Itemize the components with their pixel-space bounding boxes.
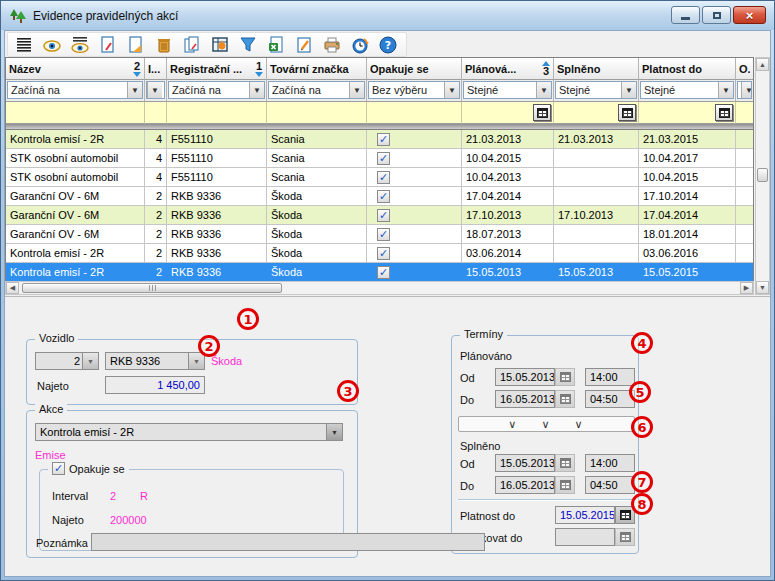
grid-cell-nazev[interactable]: STK osobní automobil [6, 149, 145, 168]
najeto-field[interactable]: 1 450,00 [105, 376, 205, 394]
grid-row-6[interactable]: Garanční OV - 6M2RKB 9336Škoda✓18.07.201… [6, 225, 753, 244]
grid-cell-nazev[interactable]: Garanční OV - 6M [6, 225, 145, 244]
quickfilter-cell-planovano[interactable] [462, 102, 554, 124]
grid-cell-id[interactable]: 4 [145, 168, 167, 187]
column-header-opakuje[interactable]: Opakuje se [367, 58, 462, 80]
grid-cell-splneno[interactable]: 17.10.2013 [554, 206, 639, 225]
grid-cell-id[interactable]: 2 [145, 244, 167, 263]
grid-cell-planovano[interactable]: 03.06.2014 [462, 244, 554, 263]
grid-cell-o[interactable] [736, 168, 754, 187]
spl-do-time-field[interactable]: 04:50 [585, 476, 635, 494]
export-excel-icon[interactable] [264, 34, 288, 56]
plan-do-date-field[interactable]: 16.05.2013 [495, 390, 555, 408]
action-dropdown-icon[interactable]: ▼ [326, 424, 342, 440]
scroll-right-icon[interactable]: ▶ [740, 282, 753, 294]
grid-cell-opakuje[interactable]: ✓ [367, 130, 462, 149]
grid-cell-znacka[interactable]: Škoda [267, 244, 367, 263]
view-list-icon[interactable] [68, 34, 92, 56]
grid-cell-opakuje[interactable]: ✓ [367, 263, 462, 282]
dropdown-arrow-icon[interactable]: ▼ [741, 82, 752, 98]
view-record-icon[interactable] [40, 34, 64, 56]
filter-combo-nazev[interactable]: Začíná na▼ [7, 81, 143, 99]
filter-combo-znacka[interactable]: Začíná na▼ [268, 81, 365, 99]
write-note-icon[interactable] [292, 34, 316, 56]
grid-cell-nazev[interactable]: Kontrola emisí - 2R [6, 244, 145, 263]
grid-cell-platnost[interactable]: 03.06.2016 [639, 244, 736, 263]
spl-od-date-field[interactable]: 15.05.2013 [495, 454, 555, 472]
grid-cell-o[interactable] [736, 225, 754, 244]
grid-cell-znacka[interactable]: Scania [267, 168, 367, 187]
quickfilter-cell-o[interactable] [736, 102, 754, 124]
grid-cell-o[interactable] [736, 263, 754, 282]
grid-cell-reg[interactable]: RKB 9336 [167, 187, 267, 206]
spl-do-date-field[interactable]: 16.05.2013 [495, 476, 555, 494]
grid-cell-planovano[interactable]: 10.04.2015 [462, 149, 554, 168]
print-icon[interactable] [320, 34, 344, 56]
grid-cell-planovano[interactable]: 17.04.2014 [462, 187, 554, 206]
dropdown-arrow-icon[interactable]: ▼ [718, 82, 733, 98]
history-clock-icon[interactable] [348, 34, 372, 56]
quickfilter-cell-nazev[interactable] [6, 102, 145, 124]
grid-cell-nazev[interactable]: STK osobní automobil [6, 168, 145, 187]
grid-cell-reg[interactable]: RKB 9336 [167, 244, 267, 263]
dropdown-arrow-icon[interactable]: ▼ [147, 82, 162, 98]
grid-cell-znacka[interactable]: Škoda [267, 206, 367, 225]
grid-cell-reg[interactable]: F551110 [167, 149, 267, 168]
quickfilter-cell-reg[interactable] [167, 102, 267, 124]
hscroll-thumb[interactable] [22, 283, 282, 293]
filter-combo-o[interactable]: Stejné▼ [737, 81, 752, 99]
grid-cell-platnost[interactable]: 10.04.2015 [639, 168, 736, 187]
scroll-down-icon[interactable]: ▼ [756, 281, 769, 294]
close-button[interactable]: × [733, 6, 766, 24]
plan-do-calendar-icon[interactable] [555, 390, 575, 408]
grid-cell-opakuje[interactable]: ✓ [367, 206, 462, 225]
grid-cell-reg[interactable]: RKB 9336 [167, 263, 267, 282]
grid-cell-splneno[interactable] [554, 225, 639, 244]
grid-cell-platnost[interactable]: 17.10.2014 [639, 187, 736, 206]
vehicle-id-dropdown-icon[interactable]: ▼ [82, 353, 98, 369]
dropdown-arrow-icon[interactable]: ▼ [249, 82, 264, 98]
plate-combo[interactable]: RKB 9336▼ [105, 352, 205, 370]
quickfilter-cell-id[interactable] [145, 102, 167, 124]
grid-cell-platnost[interactable]: 18.01.2014 [639, 225, 736, 244]
grid-cell-o[interactable] [736, 244, 754, 263]
plan-do-time-field[interactable]: 04:50 [585, 390, 635, 408]
grid-cell-id[interactable]: 2 [145, 206, 167, 225]
filter-combo-reg[interactable]: Začíná na▼ [168, 81, 265, 99]
grid-cell-reg[interactable]: RKB 9336 [167, 206, 267, 225]
grid-cell-splneno[interactable] [554, 168, 639, 187]
vertical-scrollbar[interactable]: ▲ ▼ [755, 57, 770, 295]
plan-od-calendar-icon[interactable] [555, 368, 575, 386]
grid-cell-id[interactable]: 2 [145, 263, 167, 282]
delete-record-icon[interactable] [152, 34, 176, 56]
grid-row-3[interactable]: STK osobní automobil4F551110Scania✓10.04… [6, 168, 753, 187]
grid-cell-znacka[interactable]: Škoda [267, 225, 367, 244]
plan-od-date-field[interactable]: 15.05.2013 [495, 368, 555, 386]
grid-cell-reg[interactable]: F551110 [167, 168, 267, 187]
grid-cell-reg[interactable]: F551110 [167, 130, 267, 149]
grid-cell-opakuje[interactable]: ✓ [367, 187, 462, 206]
grid-cell-nazev[interactable]: Garanční OV - 6M [6, 206, 145, 225]
copy-planned-to-done-button[interactable]: ∨ ∨ ∨ [458, 416, 635, 432]
grid-cell-znacka[interactable]: Škoda [267, 263, 367, 282]
grid-cell-platnost[interactable]: 10.04.2017 [639, 149, 736, 168]
grid-cell-id[interactable]: 2 [145, 187, 167, 206]
batch-action-icon[interactable] [208, 34, 232, 56]
grid-cell-opakuje[interactable]: ✓ [367, 168, 462, 187]
scroll-up-icon[interactable]: ▲ [756, 58, 769, 71]
opakovat-date-field[interactable] [555, 528, 615, 546]
menu-lines-icon[interactable] [12, 34, 36, 56]
quickfilter-calendar-icon[interactable] [618, 104, 636, 121]
filter-combo-platnost[interactable]: Stejné▼ [640, 81, 734, 99]
grid-cell-opakuje[interactable]: ✓ [367, 244, 462, 263]
grid-cell-opakuje[interactable]: ✓ [367, 225, 462, 244]
help-icon[interactable]: ? [376, 34, 400, 56]
row-checkbox-checked[interactable]: ✓ [377, 190, 390, 203]
dropdown-arrow-icon[interactable]: ▼ [621, 82, 636, 98]
grid-cell-planovano[interactable]: 21.03.2013 [462, 130, 554, 149]
vehicle-id-spinner[interactable]: 2▼ [35, 352, 99, 370]
grid-cell-znacka[interactable]: Škoda [267, 187, 367, 206]
dropdown-arrow-icon[interactable]: ▼ [444, 82, 459, 98]
grid-cell-platnost[interactable]: 21.03.2015 [639, 130, 736, 149]
row-checkbox-checked[interactable]: ✓ [377, 247, 390, 260]
